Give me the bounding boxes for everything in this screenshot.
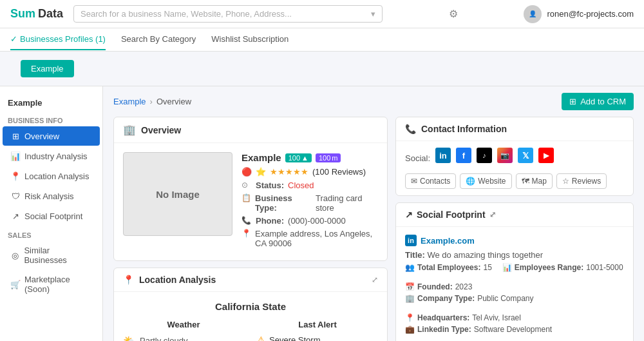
instagram-icon[interactable]: 📷 (497, 148, 513, 163)
website-button[interactable]: 🌐 Website (460, 173, 511, 189)
linkedin-type-icon: 💼 (405, 325, 415, 334)
example-tab[interactable]: Example (21, 60, 74, 77)
sidebar-section-business-info: Business Info (0, 112, 102, 126)
website-icon: 🌐 (466, 177, 475, 186)
location-state: California State (123, 301, 378, 312)
website-label: Website (478, 177, 506, 186)
social-footprint-header: ↗ Social Footprint ⤢ (396, 203, 633, 227)
linkedin-type-value: Software Development (474, 325, 552, 334)
sidebar-location-label: Location Analysis (24, 171, 89, 181)
sf-linkedin-type-row: 💼 Linkedin Type: Software Development 👥 … (405, 325, 624, 341)
founded-icon: 📅 (405, 282, 415, 291)
location-cols: Weather ⛅ Partly cloudy 🌡 Fahrenheit: 75 (123, 320, 378, 341)
add-to-crm-button[interactable]: ⊞ Add to CRM (562, 93, 634, 110)
reviews-label: Reviews (572, 177, 601, 186)
sidebar-item-social-footprint[interactable]: ↗ Social Footprint (3, 206, 100, 226)
add-crm-label: Add to CRM (580, 97, 626, 106)
status-value: Closed (288, 180, 314, 190)
check-icon: ✓ (10, 34, 17, 44)
location-header-icon: 📍 (123, 275, 134, 285)
map-button[interactable]: 🗺 Map (516, 173, 553, 189)
user-email: ronen@fc-projects.com (547, 9, 634, 19)
sf-expand-icon[interactable]: ⤢ (489, 210, 496, 219)
sf-company-name: Example.com (421, 236, 475, 246)
facebook-icon[interactable]: f (456, 148, 471, 163)
social-icons-group: in f ♪ 📷 𝕏 ▶ (435, 148, 554, 163)
left-column: 🏢 Overview No Image Example 100 (113, 117, 388, 341)
social-label: Social: (405, 153, 430, 163)
overview-body: No Image Example 100 ▲ 100 (114, 143, 387, 260)
subnav-search-by-category[interactable]: Search By Category (121, 29, 196, 50)
subnav-wishlist-subscription[interactable]: Wishlist Subscription (211, 29, 289, 50)
sf-total-employees: 👥 Total Employees: 15 (405, 263, 492, 272)
hq-value: Tel Aviv, Israel (472, 313, 521, 322)
main-area: Example Business Info ⊞ Overview 📊 Indus… (0, 86, 644, 341)
reviews-row: 🔴 ⭐ ★★★★★ (100 Reviews) (242, 167, 378, 177)
sf-header-left: ↗ Social Footprint ⤢ (405, 209, 496, 220)
youtube-icon[interactable]: ▶ (538, 148, 554, 163)
reviews-button[interactable]: ☆ Reviews (556, 173, 607, 189)
sidebar-item-location-analysis[interactable]: 📍 Location Analysis (3, 166, 100, 186)
subnav-businesses-profiles[interactable]: ✓ Businesses Profiles (1) (10, 29, 106, 50)
sidebar-item-overview[interactable]: ⊞ Overview (3, 126, 100, 146)
avatar: 👤 (524, 5, 542, 23)
sf-founded: 📅 Founded: 2023 (405, 282, 472, 291)
reviews-count: (100 Reviews) (312, 167, 366, 177)
breadcrumb-bar: Example › Overview ⊞ Add to CRM (103, 86, 644, 117)
sf-linkedin-type: 💼 Linkedin Type: Software Development (405, 325, 552, 334)
twitter-icon[interactable]: 𝕏 (518, 148, 533, 163)
alert-title: Severe Storm (269, 335, 320, 342)
sf-company-type: 🏢 Company Type: Public Company (405, 294, 534, 303)
contact-info-card: 📞 Contact Information Social: in f ♪ 📷 𝕏 (395, 117, 634, 196)
sidebar-item-similar-businesses[interactable]: ◎ Similar Businesses (3, 241, 100, 269)
overview-card-header: 🏢 Overview (114, 117, 387, 143)
weather-col-title: Weather (123, 320, 244, 329)
sidebar-section-sales: Sales (0, 226, 102, 240)
alert-icon: ⚠ (257, 335, 265, 341)
logo: SumData (10, 7, 63, 21)
sidebar-item-industry-analysis[interactable]: 📊 Industry Analysis (3, 146, 100, 166)
sub-nav: ✓ Businesses Profiles (1) Search By Cate… (0, 28, 644, 52)
address-value: Example address, Los Angeles, CA 90006 (255, 229, 378, 248)
company-type-value: Public Company (477, 294, 533, 303)
sf-emp-range: 📊 Employees Range: 1001-5000 (502, 263, 623, 272)
phone-value: (000)-000-0000 (288, 216, 346, 226)
sidebar-risk-label: Risk Analysis (24, 191, 74, 201)
subnav-wishlist-label: Wishlist Subscription (211, 34, 289, 44)
tiktok-icon[interactable]: ♪ (477, 148, 492, 163)
business-details: Example 100 ▲ 100 m (242, 152, 378, 251)
star-icon: ⭐ (256, 167, 266, 177)
similar-icon: ◎ (10, 250, 20, 260)
location-body: California State Weather ⛅ Partly cloudy… (114, 292, 387, 341)
sidebar-similar-label: Similar Businesses (24, 246, 92, 265)
user-info: 👤 ronen@fc-projects.com (524, 5, 634, 23)
alert-col: Last Alert ⚠ Severe Storm SEVERE WINTER … (257, 320, 378, 341)
sidebar-item-risk-analysis[interactable]: 🛡 Risk Analysis (3, 186, 100, 206)
map-icon: 📍 (10, 171, 21, 181)
search-dropdown-icon[interactable]: ▾ (371, 9, 375, 19)
contacts-button[interactable]: ✉ Contacts (405, 173, 456, 189)
sf-header-icon: ↗ (405, 209, 413, 220)
search-bar[interactable]: Search for a business Name, Website, Pho… (73, 5, 383, 23)
sidebar-industry-label: Industry Analysis (24, 151, 88, 161)
company-type-icon: 🏢 (405, 294, 415, 303)
contact-body: Social: in f ♪ 📷 𝕏 ▶ (396, 141, 633, 195)
action-buttons-group: ✉ Contacts 🌐 Website 🗺 Map (405, 173, 624, 189)
location-title: Location Analysis (139, 275, 216, 285)
biz-type-value: Trading card store (316, 193, 378, 213)
overview-card: 🏢 Overview No Image Example 100 (113, 117, 388, 261)
overview-header-icon: 🏢 (123, 124, 136, 136)
employees-icon: 👥 (405, 263, 415, 272)
settings-icon[interactable]: ⚙ (449, 8, 458, 20)
linkedin-icon[interactable]: in (435, 148, 451, 163)
breadcrumb-parent[interactable]: Example (113, 97, 146, 106)
breadcrumb-current: Overview (156, 97, 191, 106)
sidebar-item-marketplace[interactable]: 🛒 Marketplace (Soon) (3, 270, 100, 298)
weather-desc: Partly cloudy (140, 336, 187, 341)
biz-type-label: Business Type: (255, 193, 312, 213)
add-crm-icon: ⊞ (569, 97, 576, 106)
tab-area: Example (0, 52, 644, 86)
alert-col-title: Last Alert (257, 320, 378, 329)
location-expand-icon[interactable]: ⤢ (372, 275, 378, 284)
reviews-icon: ☆ (562, 177, 569, 186)
